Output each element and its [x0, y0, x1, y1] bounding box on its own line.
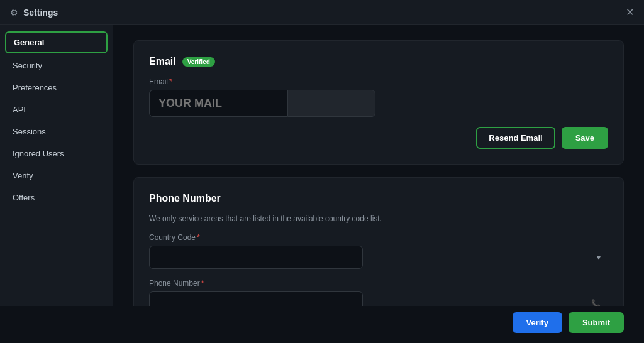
resend-email-button[interactable]: Resend Email	[476, 127, 555, 149]
country-code-label: Country Code*	[149, 233, 608, 242]
bottom-button-row: Verify Submit	[0, 306, 644, 343]
phone-icon: 📞	[591, 299, 601, 307]
phone-number-group: Phone Number* 📞	[149, 279, 608, 306]
sidebar-item-sessions[interactable]: Sessions	[0, 121, 113, 143]
sidebar-item-general[interactable]: General	[5, 31, 108, 53]
email-input[interactable]	[149, 90, 287, 117]
email-label: Email*	[149, 77, 608, 86]
top-bar: ⚙ Settings ✕	[0, 0, 644, 25]
email-card-title: Email Verified	[149, 56, 608, 67]
email-domain-input[interactable]	[287, 90, 375, 117]
sidebar: General Security Preferences API Session…	[0, 25, 113, 306]
phone-card-title: Phone Number	[149, 193, 608, 204]
phone-number-label: Phone Number*	[149, 279, 608, 288]
close-icon[interactable]: ✕	[626, 6, 634, 18]
phone-card-subtitle: We only service areas that are listed in…	[149, 214, 608, 223]
submit-button[interactable]: Submit	[569, 312, 624, 333]
main-layout: General Security Preferences API Session…	[0, 25, 644, 306]
country-code-group: Country Code* ▾	[149, 233, 608, 269]
sidebar-item-ignored-users[interactable]: Ignored Users	[0, 143, 113, 165]
top-bar-left: ⚙ Settings	[10, 8, 58, 18]
country-code-select[interactable]	[149, 246, 363, 269]
sidebar-item-api[interactable]: API	[0, 99, 113, 121]
verify-button[interactable]: Verify	[513, 312, 562, 333]
phone-card: Phone Number We only service areas that …	[133, 177, 624, 306]
email-input-row	[149, 90, 608, 117]
email-form-group: Email*	[149, 77, 608, 117]
sidebar-item-verify[interactable]: Verify	[0, 165, 113, 187]
sidebar-item-security[interactable]: Security	[0, 55, 113, 77]
gear-icon: ⚙	[10, 8, 18, 18]
top-bar-title: Settings	[23, 8, 58, 18]
phone-input-wrapper: 📞	[149, 291, 608, 306]
country-code-select-wrapper: ▾	[149, 246, 608, 269]
sidebar-item-preferences[interactable]: Preferences	[0, 77, 113, 99]
chevron-down-icon: ▾	[597, 253, 601, 262]
content-area: Email Verified Email* Resend Email Save	[113, 25, 644, 306]
email-button-row: Resend Email Save	[149, 127, 608, 149]
phone-number-input[interactable]	[149, 291, 363, 306]
sidebar-item-offers[interactable]: Offers	[0, 187, 113, 209]
email-card: Email Verified Email* Resend Email Save	[133, 40, 624, 165]
save-button[interactable]: Save	[562, 127, 608, 149]
verified-badge: Verified	[182, 57, 215, 67]
